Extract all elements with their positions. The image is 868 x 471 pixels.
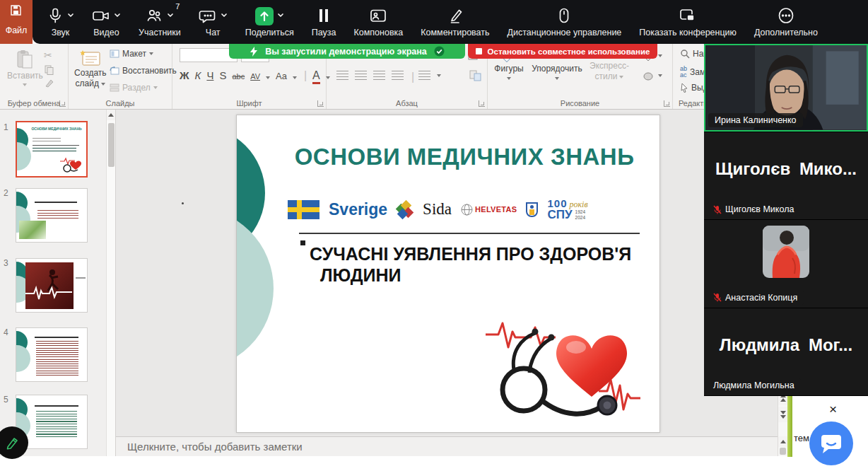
- new-slide-button[interactable]: Создать слайд: [74, 50, 107, 89]
- layout-icon: [369, 7, 387, 25]
- ellipsis-icon: [777, 7, 795, 25]
- toolbar-item-chat[interactable]: Чат: [199, 7, 228, 37]
- video-tile-2[interactable]: Щиголєв Мико... Щиголєв Микола: [704, 132, 868, 221]
- chevron-down-icon[interactable]: [221, 7, 228, 25]
- stop-icon: [476, 48, 482, 54]
- chevron-down-icon[interactable]: [114, 7, 121, 25]
- sida-logo-icon: [397, 201, 414, 218]
- university-crest-logo: [526, 202, 538, 217]
- helvetas-logo: HELVETAS: [461, 204, 517, 216]
- chevron-down-icon[interactable]: [167, 7, 174, 25]
- thumb-scroll-thumb[interactable]: [108, 123, 115, 167]
- slide-thumbnail-2[interactable]: [16, 188, 88, 243]
- layout-button[interactable]: Макет: [110, 49, 153, 59]
- video-tile-4[interactable]: Людмила Мог... Людмила Могильна: [704, 308, 868, 397]
- bold-button[interactable]: Ж: [180, 69, 189, 81]
- pencil-icon: [447, 7, 464, 25]
- reset-button[interactable]: Восстановить: [110, 66, 177, 76]
- participant-display-name: Людмила Мог...: [704, 335, 868, 355]
- slide-thumbnail-3[interactable]: [16, 258, 88, 313]
- toolbar-item-layout[interactable]: Компоновка: [353, 7, 403, 37]
- toolbar-item-participants[interactable]: 7 Участники: [139, 7, 181, 37]
- shield-check-icon: [434, 46, 445, 57]
- ppt-file-tab[interactable]: Файл: [0, 0, 33, 44]
- format-painter-icon[interactable]: [45, 78, 54, 91]
- participant-display-name: Щиголєв Мико...: [704, 159, 868, 179]
- convert-smartart-button[interactable]: [469, 69, 483, 85]
- section-button[interactable]: Раздел: [110, 83, 158, 93]
- char-spacing-button[interactable]: AV: [250, 72, 260, 81]
- microphone-icon: [47, 7, 64, 25]
- paragraph-dialog-launcher[interactable]: [479, 100, 485, 107]
- stop-share-button[interactable]: Остановить совместное использование: [468, 44, 657, 59]
- toolbar-item-annotate[interactable]: Комментировать: [421, 7, 489, 37]
- chat-bubble-icon: [820, 432, 843, 455]
- justify-button[interactable]: [392, 71, 404, 80]
- shapes-button[interactable]: Фигуры: [491, 64, 527, 80]
- toolbar-item-more[interactable]: Дополнительно: [754, 7, 818, 37]
- participant-name-tag: Щиголєв Микола: [707, 202, 800, 216]
- slide-thumbnail-1[interactable]: ОСНОВИ МЕДИЧНИХ ЗНАНЬ: [16, 121, 88, 178]
- participant-name-tag: Ирина Калиниченко: [708, 113, 803, 127]
- slide-thumbnail-panel: 1 ОСНОВИ МЕДИЧНИХ ЗНАНЬ 2 3 4 5: [0, 110, 106, 456]
- arrange-button[interactable]: Упорядочить: [529, 64, 585, 80]
- participants-video-panel: Ирина Калиниченко Щиголєв Мико... Щиголє…: [704, 44, 868, 396]
- slide-thumbnail-4[interactable]: [16, 327, 88, 382]
- screen-share-banner: Вы запустили демонстрацию экрана: [229, 44, 465, 59]
- toolbar-item-video[interactable]: Видео: [92, 7, 121, 37]
- thumb-scroll-up-button[interactable]: [107, 110, 115, 120]
- align-right-button[interactable]: [373, 71, 385, 80]
- video-tile-3[interactable]: Анастасія Копиця: [704, 220, 868, 308]
- thumb3-runner-image: [25, 262, 74, 309]
- chat-bubble-button[interactable]: [809, 421, 853, 465]
- stray-mark: [182, 202, 184, 204]
- strikethrough-button[interactable]: abc: [232, 72, 245, 81]
- video-tile-active-speaker[interactable]: Ирина Калиниченко: [704, 44, 868, 132]
- font-dialog-launcher[interactable]: [317, 100, 324, 107]
- font-color-button[interactable]: А: [312, 69, 320, 84]
- next-slide-button[interactable]: [778, 407, 787, 422]
- toolbar-item-show-meeting[interactable]: Показать конференцию: [639, 7, 737, 37]
- heart-stethoscope-image: [480, 305, 651, 432]
- participant-name-tag: Анастасія Копиця: [707, 291, 804, 305]
- close-icon[interactable]: ×: [829, 402, 837, 417]
- chevron-down-icon[interactable]: [67, 7, 74, 25]
- paste-button[interactable]: Вставить: [7, 50, 43, 86]
- toolbar-item-share[interactable]: Поделиться: [245, 7, 294, 37]
- chat-icon: [199, 7, 217, 25]
- notes-scrollbar[interactable]: [778, 436, 787, 456]
- participant-name-tag: Людмила Могильна: [707, 378, 801, 392]
- shape-effects-button[interactable]: [643, 71, 662, 81]
- change-case-button[interactable]: Aa: [276, 71, 287, 81]
- columns-button[interactable]: [418, 71, 430, 80]
- underline-button[interactable]: Ч: [206, 69, 213, 81]
- slide-subtitle: СУЧАСНІ УЯВЛЕННЯ ПРО ЗДОРОВ'Я ЛЮДИНИ: [310, 244, 642, 286]
- slide-canvas[interactable]: ОСНОВИ МЕДИЧНИХ ЗНАНЬ Sverige Sida HELVE…: [236, 115, 660, 433]
- pause-icon: [317, 7, 330, 25]
- clipboard-dialog-launcher[interactable]: [59, 100, 66, 107]
- save-icon[interactable]: [10, 4, 22, 19]
- align-left-button[interactable]: [336, 71, 348, 80]
- camera-icon: [92, 7, 110, 25]
- sverige-logo-text: Sverige: [329, 200, 387, 219]
- notes-scroll-up-button[interactable]: [778, 436, 787, 447]
- italic-button[interactable]: К: [195, 69, 201, 81]
- slide-divider-line: [299, 233, 640, 234]
- toolbar-item-audio[interactable]: Звук: [47, 7, 74, 37]
- thumbnail-scrollbar[interactable]: [106, 110, 116, 456]
- toolbar-item-pause[interactable]: Пауза: [312, 7, 336, 37]
- thumb1-heart-image: [59, 156, 84, 174]
- text-shadow-button[interactable]: S: [219, 69, 226, 81]
- align-center-button[interactable]: [355, 71, 367, 80]
- cut-icon[interactable]: ✂: [44, 50, 52, 61]
- participants-icon: [145, 7, 163, 25]
- notes-pane[interactable]: Щелкните, чтобы добавить заметки: [116, 436, 778, 456]
- chevron-down-icon[interactable]: [277, 7, 284, 25]
- toolbar-item-remote-control[interactable]: Дистанционное управление: [508, 7, 622, 37]
- notes-scroll-thumb[interactable]: [780, 448, 786, 455]
- drawing-dialog-launcher[interactable]: [664, 100, 670, 107]
- copy-icon[interactable]: [45, 65, 54, 78]
- quick-styles-button[interactable]: Экспресс- стили: [587, 61, 632, 82]
- share-border-strip: [787, 392, 792, 457]
- sida-logo-text: Sida: [423, 200, 452, 219]
